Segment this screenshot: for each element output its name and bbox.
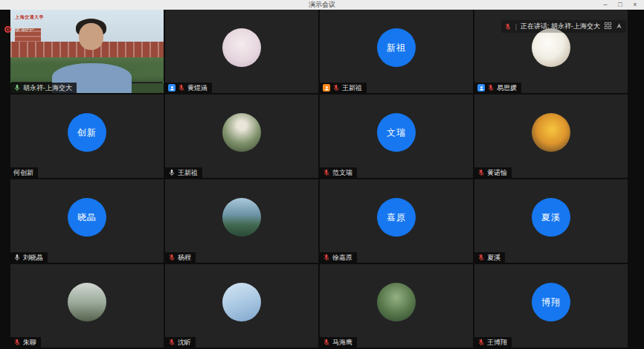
participant-name: 范文瑞 [332,169,352,176]
gallery-view: 上海交通大学 胡永祥-上海交大 黄煜涵 新祖 [0,10,644,349]
mic-muted-icon [477,169,485,176]
mic-muted-icon [323,169,330,176]
participant-name: 易思媛 [497,84,517,92]
participant-name: 黄煜涵 [187,84,207,92]
participant-name: 马海鹰 [332,339,352,346]
participant-nameplate: 王新祖 [165,167,202,178]
participant-name: 黄诺愉 [487,169,507,176]
participant-tile[interactable]: 晓晶 刘晓晶 [10,179,164,263]
minimize-button[interactable]: – [598,0,613,10]
participant-tile[interactable]: 创新 何创新 [10,95,164,178]
participant-tile[interactable]: 沈昕 [165,264,318,348]
avatar: 创新 [68,113,106,152]
participant-name: 朱聊 [23,339,36,346]
participant-name: 王博翔 [487,339,507,346]
recording-indicator: 录制中 [4,25,34,34]
mic-muted-icon [504,23,512,31]
participant-nameplate: 徐嘉原 [320,252,357,263]
participant-name: 王新祖 [342,84,362,92]
participant-nameplate: 何创新 [10,167,38,178]
avatar: 夏溪 [532,198,570,237]
participant-name: 夏溪 [487,254,500,261]
mic-muted-icon [168,339,176,346]
participant-tile[interactable]: 文瑞 范文瑞 [320,95,473,178]
participant-name: 沈昕 [178,339,191,346]
participant-nameplate: 黄诺愉 [474,167,512,178]
participant-nameplate: 王新祖 [320,83,367,93]
meeting-window: 演示会议 – □ × 上海交通大学 胡永祥-上海交大 [0,0,644,349]
close-button[interactable]: × [628,0,643,10]
host-badge-icon [323,84,330,92]
participant-tile[interactable]: 黄煜涵 [165,10,318,93]
university-logo: 上海交通大学 [15,14,44,21]
mic-speaking-icon [13,84,21,92]
avatar [222,198,261,237]
participant-name: 何创新 [13,169,33,176]
participant-nameplate: 杨程 [165,252,196,263]
participant-tile[interactable]: 上海交通大学 胡永祥-上海交大 [10,10,164,93]
mic-muted-icon [332,84,340,92]
participant-tile[interactable]: 杨程 [165,179,318,263]
avatar: 嘉原 [377,198,416,237]
mic-on-icon [168,169,176,176]
participant-name: 杨程 [178,254,191,261]
video-feed: 上海交通大学 [10,10,164,93]
avatar [68,283,106,321]
avatar: 博翔 [532,283,570,321]
avatar: 文瑞 [377,113,416,152]
mic-on-icon [13,254,21,261]
divider: | [515,23,517,31]
mic-muted-icon [168,254,176,261]
participant-tile[interactable]: 朱聊 [10,264,164,348]
recording-label: 录制中 [14,25,34,34]
avatar [222,28,261,67]
participant-nameplate: 夏溪 [474,252,505,263]
participant-tile[interactable]: 黄诺愉 [474,95,628,178]
participant-nameplate: 王博翔 [474,337,512,348]
participant-name: 徐嘉原 [332,254,352,261]
participant-name: 刘晓晶 [23,254,43,261]
speaking-label: 正在讲话: 胡永祥-上海交大 [521,22,600,31]
mic-muted-icon [178,84,185,92]
mic-muted-icon [477,254,485,261]
maximize-button[interactable]: □ [613,0,628,10]
record-icon [4,26,11,33]
participant-nameplate: 马海鹰 [320,337,357,348]
participant-tile[interactable]: 博翔 王博翔 [474,264,628,348]
window-controls: – □ × [598,0,643,10]
mic-muted-icon [323,254,330,261]
avatar [222,113,261,152]
avatar [532,113,570,152]
avatar [532,28,570,67]
participant-name: 胡永祥-上海交大 [23,84,72,92]
speaking-indicator: | 正在讲话: 胡永祥-上海交大 [501,20,626,33]
titlebar: 演示会议 – □ × [0,0,644,10]
member-badge-icon [477,84,485,92]
participant-nameplate: 沈昕 [165,337,196,348]
participant-tile[interactable]: 马海鹰 [320,264,473,348]
window-title: 演示会议 [0,0,644,10]
avatar [222,283,261,321]
participant-tile[interactable]: 夏溪 夏溪 [474,179,628,263]
avatar: 晓晶 [68,198,106,237]
participant-nameplate: 胡永祥-上海交大 [10,83,77,93]
member-badge-icon [168,84,176,92]
participant-tile[interactable]: 新祖 王新祖 [320,10,473,93]
participant-tile[interactable]: 嘉原 徐嘉原 [320,179,473,263]
participant-nameplate: 易思媛 [474,83,521,93]
mic-muted-icon [487,84,495,92]
participant-tile[interactable]: 王新祖 [165,95,318,178]
participant-nameplate: 刘晓晶 [10,252,48,263]
participant-nameplate: 黄煜涵 [165,83,212,93]
pointer-icon[interactable] [615,22,623,31]
mic-muted-icon [13,339,21,346]
participant-name: 王新祖 [178,169,198,176]
avatar: 新祖 [377,28,416,67]
mic-muted-icon [323,339,330,346]
avatar [377,283,416,321]
participant-nameplate: 朱聊 [10,337,41,348]
mic-muted-icon [477,339,485,346]
grid-view-icon[interactable] [604,22,612,31]
participant-nameplate: 范文瑞 [320,167,357,178]
